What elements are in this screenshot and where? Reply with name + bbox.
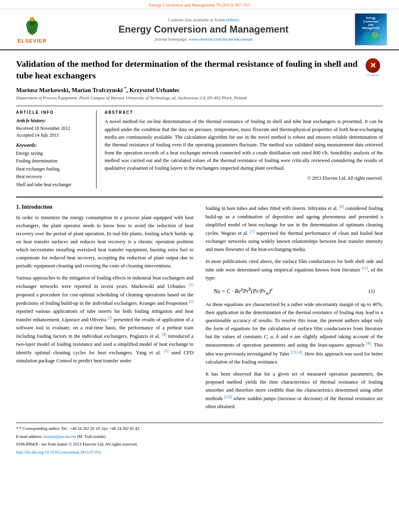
keyword-2: Fouling determination xyxy=(16,157,90,165)
affiliation: Department of Process Equipment, Plock C… xyxy=(16,95,383,100)
article-title: Validation of the method for determinati… xyxy=(16,58,359,81)
elsevier-tree-icon xyxy=(20,15,44,37)
sciencedirect-link[interactable]: ScienceDirect xyxy=(214,17,239,22)
footnote-star-icon: * xyxy=(16,426,18,431)
elsevier-wordmark: ELSEVIER xyxy=(18,38,47,44)
keywords-list: Energy saving Fouling determination Heat… xyxy=(16,150,90,189)
crossmark-circle: ✕ xyxy=(366,58,380,73)
journal-title-section: Contents lists available at ScienceDirec… xyxy=(56,17,351,41)
abstract-col: ABSTRACT A novel method for on-line dete… xyxy=(105,110,383,189)
issn-note: 0196-8904/$ - see front matter © 2013 El… xyxy=(16,441,383,448)
crossmark-label: CrossMark xyxy=(366,74,379,77)
doi-note: http://dx.doi.org/10.1016/j.enconman.201… xyxy=(16,449,383,456)
cover-title: EnergyConversionandManagement xyxy=(362,16,380,30)
article-info-col: ARTICLE INFO Article history: Received 1… xyxy=(16,110,97,189)
crossmark-icon: ✕ xyxy=(370,61,376,70)
svg-point-8 xyxy=(363,31,371,41)
keyword-3: Heat exchanger fouling xyxy=(16,165,90,173)
body-right-col: fouling in bare tubes and tubes fitted w… xyxy=(206,204,383,414)
ref-3-9: [3,9] xyxy=(224,395,232,399)
copyright-line: © 2013 Elsevier Ltd. All rights reserved… xyxy=(105,176,383,181)
journal-title: Energy Conversion and Management xyxy=(56,24,351,35)
banner-text: Energy Conversion and Management 76 (201… xyxy=(149,2,250,7)
main-content: Validation of the method for determinati… xyxy=(0,50,399,465)
ref-8: [8] xyxy=(366,341,371,345)
accepted-date: Accepted 14 July 2013 xyxy=(16,132,90,139)
journal-homepage: journal homepage: www.elsevier.com/locat… xyxy=(56,37,351,41)
abstract-text: A novel method for on-line determination… xyxy=(105,118,383,173)
homepage-label: journal homepage: xyxy=(154,37,187,41)
ref-5: [5] xyxy=(164,349,169,353)
email-link[interactable]: marian@poczta.fm xyxy=(43,434,76,439)
svg-rect-6 xyxy=(31,29,33,32)
authors-text: Mariusz Markowski, Marian Trafczynski *,… xyxy=(16,87,180,93)
svg-point-9 xyxy=(372,32,378,38)
elsevier-logo: ELSEVIER xyxy=(18,15,47,44)
body-left-col: 1. Introduction In order to minimize the… xyxy=(16,204,193,414)
article-title-section: Validation of the method for determinati… xyxy=(16,58,383,81)
body-paragraph-4: In most publications cited above, the su… xyxy=(206,257,383,282)
ref-13-14: [13,14] xyxy=(291,350,302,354)
keyword-4: Heat recovery xyxy=(16,173,90,181)
keyword-5: Shell and tube heat exchanger xyxy=(16,181,90,189)
authors-line: Mariusz Markowski, Marian Trafczynski *,… xyxy=(16,86,383,94)
keyword-1: Energy saving xyxy=(16,150,90,158)
svg-point-5 xyxy=(30,17,34,22)
section1-heading: 1. Introduction xyxy=(16,204,193,210)
sciencedirect-line: Contents lists available at ScienceDirec… xyxy=(56,17,351,22)
history-label: Article history: xyxy=(16,118,90,124)
email-note: E-mail address: marian@poczta.fm (M. Tra… xyxy=(16,433,383,440)
keywords-label: Keywords: xyxy=(16,142,90,148)
ref-1: [1] xyxy=(189,283,193,287)
received-date: Received 18 November 2012 xyxy=(16,125,90,132)
ref-7: [7] xyxy=(250,230,255,234)
body-paragraph-5: As these equations are characterized by … xyxy=(206,300,383,366)
abstract-label: ABSTRACT xyxy=(105,110,383,115)
body-divider xyxy=(16,197,383,197)
ref-3: [3] xyxy=(108,316,112,320)
doi-link[interactable]: http://dx.doi.org/10.1016/j.enconman.201… xyxy=(16,450,101,454)
ref-6: [6] xyxy=(339,205,344,209)
ref-2: [2] xyxy=(189,300,193,304)
corresponding-note: * * Corresponding author. Tel.: +48 24 2… xyxy=(16,425,383,432)
corresponding-text: * Corresponding author. Tel.: +48 24 262… xyxy=(19,426,140,431)
equation-1-formula: Nu = C · ReaPrb(Pr/Prw)c xyxy=(214,287,273,296)
article-info-label: ARTICLE INFO xyxy=(16,110,90,115)
body-paragraph-6: It has been observed that for a given se… xyxy=(206,370,383,411)
elsevier-logo-section: ELSEVIER xyxy=(8,15,56,44)
ref-11: [11] xyxy=(362,266,368,270)
body-paragraph-2: Various approaches to the mitigation of … xyxy=(16,274,193,365)
footer-section: * * Corresponding author. Tel.: +48 24 2… xyxy=(16,423,383,456)
body-text-section: 1. Introduction In order to minimize the… xyxy=(16,204,383,414)
homepage-url[interactable]: www.elsevier.com/locate/enconman xyxy=(189,37,253,41)
cover-graphic xyxy=(361,30,381,42)
email-label: E-mail address: xyxy=(16,434,43,439)
crossmark-badge: ✕ CrossMark xyxy=(363,58,383,77)
equation-1-line: Nu = C · ReaPrb(Pr/Prw)c (1) xyxy=(206,287,383,296)
body-paragraph-1: In order to minimize the energy consumpt… xyxy=(16,214,193,270)
info-abstract-section: ARTICLE INFO Article history: Received 1… xyxy=(16,106,383,189)
equation-1-number: (1) xyxy=(369,288,375,294)
journal-header: ELSEVIER Contents lists available at Sci… xyxy=(0,9,399,50)
journal-cover-thumbnail: EnergyConversionandManagement xyxy=(351,13,391,45)
contents-label: Contents lists available at xyxy=(168,17,213,22)
email-suffix: (M. Trafczynski). xyxy=(77,434,107,439)
body-paragraph-3: fouling in bare tubes and tubes fitted w… xyxy=(206,204,383,253)
cover-image: EnergyConversionandManagement xyxy=(355,13,387,45)
top-banner: Energy Conversion and Management 76 (201… xyxy=(0,0,399,9)
ref-4: [4] xyxy=(162,333,166,337)
